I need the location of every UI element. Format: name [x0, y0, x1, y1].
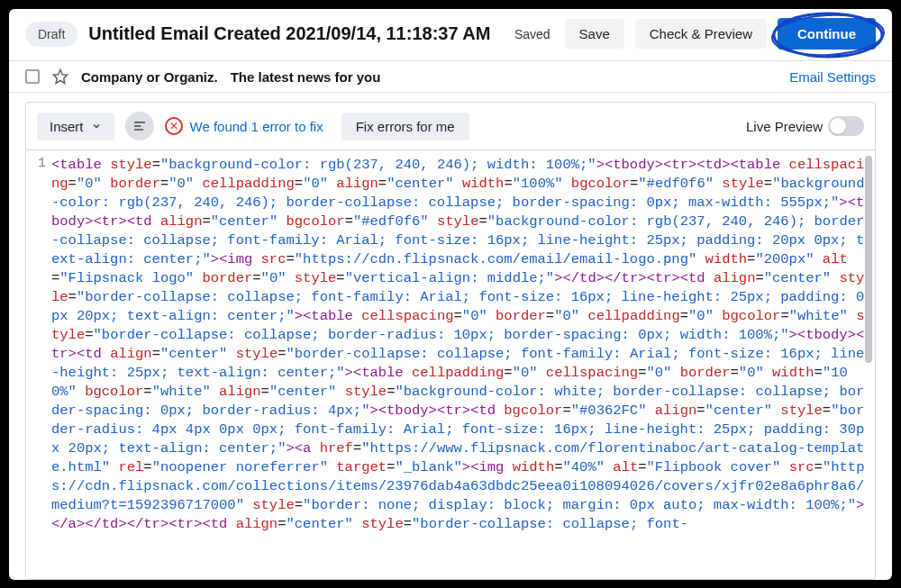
sender-label: Company or Organiz.	[81, 69, 218, 85]
live-preview-toggle-group: Live Preview	[746, 116, 864, 136]
error-indicator[interactable]: ✕ We found 1 error to fix	[165, 117, 323, 135]
scrollbar[interactable]	[865, 156, 872, 363]
live-preview-toggle[interactable]	[828, 116, 864, 136]
insert-dropdown[interactable]: Insert	[37, 113, 114, 140]
chevron-down-icon	[91, 121, 102, 131]
star-icon[interactable]	[52, 68, 68, 85]
editor-wrap: Insert ✕ We found 1 error to fix Fix err…	[9, 93, 892, 580]
code-content[interactable]: <table style="background-color: rgb(237,…	[51, 150, 875, 579]
insert-label: Insert	[50, 119, 84, 134]
saved-status: Saved	[514, 27, 551, 41]
continue-annotation-wrap: Continue	[778, 18, 876, 50]
code-editor[interactable]: 1 <table style="background-color: rgb(23…	[25, 149, 876, 580]
svg-marker-2	[54, 70, 68, 84]
continue-button[interactable]: Continue	[778, 18, 876, 50]
email-settings-link[interactable]: Email Settings	[789, 69, 876, 85]
subject-row: Company or Organiz. The latest news for …	[9, 61, 892, 93]
live-preview-label: Live Preview	[746, 119, 823, 134]
email-title[interactable]: Untitled Email Created 2021/09/14, 11:18…	[88, 23, 504, 44]
line-gutter: 1	[26, 150, 51, 579]
select-checkbox[interactable]	[25, 69, 40, 84]
save-button[interactable]: Save	[565, 19, 624, 49]
editor-toolbar: Insert ✕ We found 1 error to fix Fix err…	[25, 102, 876, 149]
draft-badge: Draft	[25, 22, 77, 47]
check-preview-button[interactable]: Check & Preview	[635, 19, 767, 49]
header-bar: Draft Untitled Email Created 2021/09/14,…	[9, 9, 892, 61]
subject-text: The latest news for you	[231, 69, 381, 85]
app-frame: Draft Untitled Email Created 2021/09/14,…	[9, 9, 892, 580]
fix-errors-button[interactable]: Fix errors for me	[341, 113, 469, 140]
align-left-icon[interactable]	[125, 112, 154, 140]
error-text: We found 1 error to fix	[190, 119, 323, 134]
error-icon: ✕	[165, 117, 183, 135]
